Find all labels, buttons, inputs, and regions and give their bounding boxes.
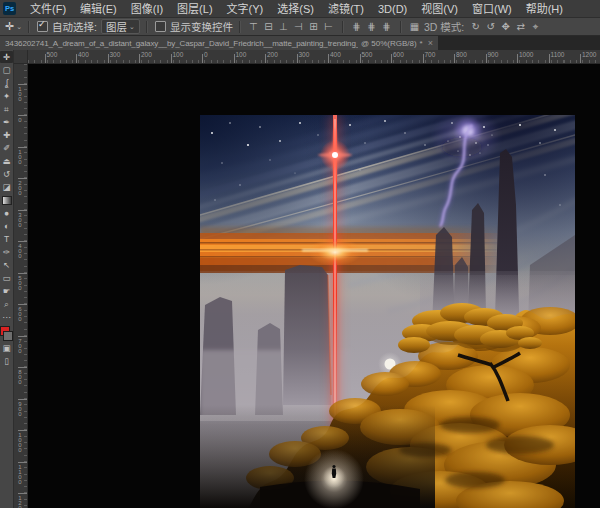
ruler-tick — [18, 304, 27, 305]
auto-align-layers-icon[interactable]: ▦ — [408, 21, 421, 32]
eraser-tool[interactable]: ◪ — [0, 181, 13, 193]
3d-roll-icon[interactable]: ↺ — [484, 21, 497, 33]
menu-layer[interactable]: 图层(L) — [170, 0, 219, 18]
menu-3d[interactable]: 3D(D) — [371, 0, 414, 18]
ruler-label: 700 — [17, 338, 23, 353]
menu-edit[interactable]: 编辑(E) — [73, 0, 124, 18]
ruler-tick — [18, 241, 27, 242]
eyedropper-tool[interactable]: ✒ — [0, 116, 13, 128]
ruler-tick — [423, 54, 424, 63]
chevron-down-icon: ⌄ — [16, 23, 22, 31]
align-vertical-centers-icon[interactable]: ⊟ — [262, 21, 275, 32]
ruler-label: 400 — [330, 51, 341, 58]
ruler-label: 600 — [393, 51, 404, 58]
gradient-tool[interactable] — [0, 194, 13, 206]
align-horizontal-centers-icon[interactable]: ⊞ — [307, 21, 320, 32]
3d-scale-icon[interactable]: ⌖ — [529, 21, 542, 33]
align-left-edges-icon[interactable]: ⊣ — [292, 21, 305, 32]
quick-mask-button[interactable]: ▣ — [0, 342, 13, 354]
pen-tool[interactable]: ✑ — [0, 246, 13, 258]
tab-close-icon[interactable]: × — [428, 36, 433, 50]
distribute-horizontal-centers-icon[interactable]: ⋕ — [365, 21, 378, 32]
move-tool[interactable]: ✛ — [0, 51, 13, 63]
ruler-tick — [45, 54, 46, 63]
brush-tool[interactable]: ✐ — [0, 142, 13, 154]
chevron-down-icon: ⌄ — [129, 23, 135, 31]
type-tool[interactable]: T — [0, 233, 13, 245]
ruler-tick — [108, 54, 109, 63]
ruler-label: 100 — [17, 149, 23, 164]
menu-view[interactable]: 视图(V) — [414, 0, 465, 18]
document-tab[interactable]: 3436202741_A_dream_of_a_distant_galaxy__… — [0, 36, 438, 50]
distribute-spacing-icon[interactable]: ⋕ — [380, 21, 393, 32]
edit-toolbar-button[interactable]: ⋯ — [0, 311, 13, 323]
horizontal-ruler[interactable]: 5004003002001000100200300400500600700800… — [28, 50, 600, 64]
history-brush-tool[interactable]: ↺ — [0, 168, 13, 180]
blur-tool[interactable]: ● — [0, 207, 13, 219]
ruler-label: 100 — [236, 51, 247, 58]
3d-slide-icon[interactable]: ⇄ — [514, 21, 527, 33]
auto-select-checkbox[interactable] — [37, 21, 48, 32]
clone-stamp-tool[interactable]: ⏏ — [0, 155, 13, 167]
menu-help[interactable]: 帮助(H) — [519, 0, 570, 18]
menu-window[interactable]: 窗口(W) — [465, 0, 519, 18]
show-transform-controls-checkbox[interactable] — [155, 21, 166, 32]
ruler-label: 200 — [267, 51, 278, 58]
path-selection-tool[interactable]: ↖ — [0, 259, 13, 271]
target-dropdown-value: 图层 — [106, 19, 127, 34]
ruler-label: 900 — [488, 51, 499, 58]
ruler-tick — [202, 54, 203, 63]
ruler-tick — [18, 115, 27, 116]
document-canvas[interactable] — [200, 115, 575, 508]
ruler-tick — [360, 54, 361, 63]
human-figure — [332, 465, 336, 478]
ruler-label: 500 — [47, 51, 58, 58]
hand-tool[interactable]: ☛ — [0, 285, 13, 297]
lasso-tool[interactable]: ʆ — [0, 77, 13, 89]
menu-bar: Ps 文件(F)编辑(E)图像(I)图层(L)文字(Y)选择(S)滤镜(T)3D… — [0, 0, 600, 18]
ruler-tick — [18, 210, 27, 211]
ruler-origin-corner[interactable] — [14, 50, 28, 64]
background-color-swatch[interactable] — [3, 331, 13, 341]
ruler-label: 500 — [362, 51, 373, 58]
shape-tool[interactable]: ▭ — [0, 272, 13, 284]
ruler-label: 0 — [204, 51, 208, 58]
ruler-tick — [391, 54, 392, 63]
ruler-label: 600 — [17, 306, 23, 321]
align-right-edges-icon[interactable]: ⊢ — [322, 21, 335, 32]
menu-type[interactable]: 文字(Y) — [220, 0, 271, 18]
distribute-vertical-centers-icon[interactable]: ⋕ — [350, 21, 363, 32]
screen-mode-button[interactable]: ▯ — [0, 355, 13, 367]
artwork-galaxy-matte-painting — [200, 115, 575, 508]
menu-file[interactable]: 文件(F) — [23, 0, 73, 18]
align-icons-group: ⊤⊟⊥⊣⊞⊢ — [246, 21, 336, 32]
ruler-tick — [18, 430, 27, 431]
rectangular-marquee-tool[interactable]: ▢ — [0, 64, 13, 76]
menu-select[interactable]: 选择(S) — [270, 0, 321, 18]
vertical-ruler[interactable]: 1000100200300400500600700800900100011001… — [14, 64, 28, 508]
auto-select-target-dropdown[interactable]: 图层 ⌄ — [101, 19, 140, 34]
3d-rotate-icon[interactable]: ↻ — [469, 21, 482, 33]
menu-filter[interactable]: 滤镜(T) — [321, 0, 371, 18]
ruler-label: 300 — [17, 212, 23, 227]
dodge-tool[interactable]: ◐ — [0, 220, 13, 232]
align-bottom-edges-icon[interactable]: ⊥ — [277, 21, 290, 32]
3d-drag-icon[interactable]: ✥ — [499, 21, 512, 33]
ruler-tick — [517, 54, 518, 63]
ruler-tick — [18, 399, 27, 400]
healing-brush-tool[interactable]: ✚ — [0, 129, 13, 141]
ruler-label: 1100 — [551, 51, 565, 58]
ruler-tick — [18, 147, 27, 148]
crop-tool[interactable]: ⌗ — [0, 103, 13, 115]
color-swatches[interactable] — [0, 326, 13, 341]
ruler-label: 400 — [78, 51, 89, 58]
zoom-tool[interactable]: ⌕ — [0, 298, 13, 310]
menu-image[interactable]: 图像(I) — [124, 0, 170, 18]
quick-selection-tool[interactable]: ✦ — [0, 90, 13, 102]
photoshop-logo-icon[interactable]: Ps — [3, 2, 16, 15]
current-tool-icon[interactable]: ✛ ⌄ — [5, 20, 22, 33]
tool-bar: ✛▢ʆ✦⌗✒✚✐⏏↺◪●◐T✑↖▭☛⌕⋯ ▣ ▯ — [0, 50, 14, 508]
document-title: 3436202741_A_dream_of_a_distant_galaxy__… — [5, 39, 358, 48]
ruler-label: 900 — [17, 401, 23, 416]
align-top-edges-icon[interactable]: ⊤ — [247, 21, 260, 32]
